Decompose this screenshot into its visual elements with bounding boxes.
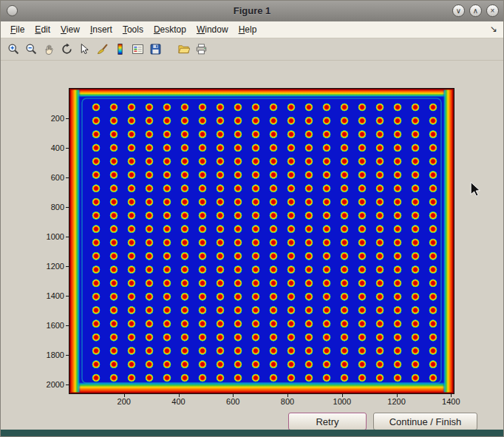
x-tick-label: 800 (270, 397, 305, 406)
print-icon[interactable] (193, 41, 209, 58)
y-tick-label: 1000 (29, 232, 64, 241)
x-tick-mark (287, 394, 288, 397)
y-tick-mark (66, 325, 69, 326)
menu-insert[interactable]: Insert (85, 22, 118, 37)
x-tick-mark (451, 394, 452, 397)
y-tick-label: 2000 (29, 380, 64, 389)
shade-button[interactable]: ∨ (452, 4, 465, 17)
menu-overflow-icon[interactable]: ↘ (490, 24, 497, 34)
x-tick-mark (342, 394, 343, 397)
menu-file[interactable]: File (5, 22, 30, 37)
menu-desktop[interactable]: Desktop (149, 22, 191, 37)
y-tick-mark (66, 118, 69, 119)
x-tick-mark (233, 394, 234, 397)
pan-icon[interactable] (41, 41, 57, 58)
rotate-3d-icon[interactable] (58, 41, 75, 58)
menu-view[interactable]: View (55, 22, 85, 37)
save-icon[interactable] (147, 41, 163, 58)
x-tick-label: 600 (215, 397, 251, 406)
y-tick-label: 1800 (29, 350, 64, 359)
x-tick-mark (124, 394, 125, 397)
menu-tools[interactable]: Tools (118, 22, 149, 37)
zoom-out-icon[interactable] (23, 41, 39, 58)
y-tick-label: 1200 (29, 262, 64, 271)
mouse-cursor (470, 182, 480, 197)
continue-finish-button[interactable]: Continue / Finish (373, 413, 477, 430)
legend-icon[interactable] (129, 41, 146, 58)
y-tick-mark (66, 355, 69, 356)
x-tick-label: 1200 (379, 397, 415, 406)
y-tick-mark (66, 385, 69, 385)
titlebar[interactable]: Figure 1 ∨ ∧ × (1, 1, 503, 22)
y-tick-mark (66, 296, 69, 297)
maximize-button[interactable]: ∧ (469, 4, 482, 17)
x-tick-label: 400 (161, 397, 197, 406)
open-icon[interactable] (175, 41, 191, 58)
figure-window: Figure 1 ∨ ∧ × FileEditViewInsertToolsDe… (0, 0, 504, 437)
x-tick-label: 1400 (433, 397, 469, 406)
x-tick-label: 1000 (324, 397, 360, 406)
toolbar (1, 38, 503, 61)
y-tick-label: 200 (29, 114, 64, 123)
y-tick-label: 1600 (29, 321, 64, 330)
y-tick-label: 1400 (29, 291, 64, 300)
menubar: FileEditViewInsertToolsDesktopWindowHelp… (1, 21, 503, 38)
y-tick-mark (66, 177, 69, 178)
retry-button[interactable]: Retry (288, 413, 367, 430)
window-bottom-edge (1, 430, 503, 436)
y-tick-mark (66, 266, 69, 267)
menu-help[interactable]: Help (234, 22, 262, 37)
y-tick-label: 400 (29, 143, 64, 152)
menu-edit[interactable]: Edit (30, 22, 55, 37)
close-button[interactable]: × (486, 4, 499, 17)
y-tick-label: 600 (29, 173, 64, 182)
window-title: Figure 1 (1, 1, 503, 21)
colorbar-icon[interactable] (112, 41, 128, 58)
toolbar-separator (165, 41, 174, 58)
y-tick-mark (66, 237, 69, 237)
data-cursor-icon[interactable] (76, 41, 92, 58)
x-tick-mark (397, 394, 398, 397)
x-tick-label: 200 (106, 397, 142, 406)
menu-window[interactable]: Window (191, 22, 234, 37)
y-tick-label: 800 (29, 203, 64, 211)
y-tick-mark (66, 148, 69, 149)
x-tick-mark (179, 394, 180, 397)
zoom-in-icon[interactable] (5, 41, 21, 58)
brush-icon[interactable] (94, 41, 110, 58)
plot-image[interactable] (69, 88, 454, 394)
y-tick-mark (66, 207, 69, 208)
